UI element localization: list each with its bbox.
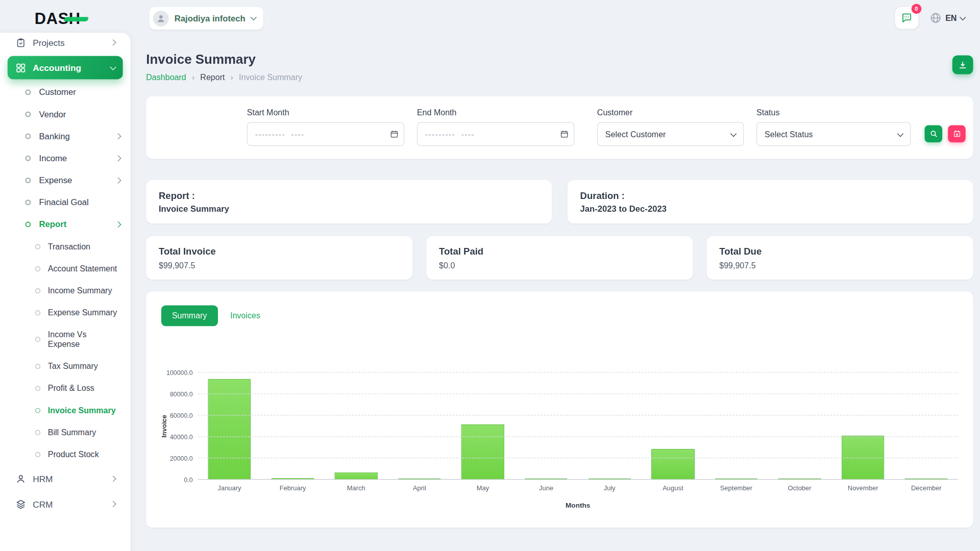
filter-buttons — [925, 126, 966, 142]
sidebar-item-invoice-summary[interactable]: Invoice Summary — [0, 399, 130, 421]
stat-card-total-invoice: Total Invoice$99,907.5 — [146, 236, 412, 280]
chevron-right-icon — [115, 177, 121, 183]
sidebar-item-label: Income Summary — [48, 286, 112, 295]
sidebar-item-profit-loss[interactable]: Profit & Loss — [0, 377, 130, 399]
bullet-icon — [35, 408, 40, 413]
language-selector[interactable]: EN — [929, 12, 965, 23]
sidebar-item-income-vs-expense[interactable]: Income Vs Expense — [0, 323, 130, 355]
sidebar-item-banking[interactable]: Banking — [0, 126, 130, 147]
stat-value: $99,907.5 — [159, 261, 400, 270]
x-tick-label: May — [451, 484, 514, 492]
sidebar-item-income-summary[interactable]: Income Summary — [0, 280, 130, 302]
sidebar-item-vendor[interactable]: Vendor — [0, 103, 130, 125]
chevron-right-icon — [110, 475, 116, 482]
x-tick-label: February — [261, 484, 325, 492]
sidebar-item-expense-summary[interactable]: Expense Summary — [0, 302, 130, 323]
sidebar-item-label: Finacial Goal — [39, 197, 89, 207]
bullet-icon — [35, 337, 40, 342]
sidebar-item-account-statement[interactable]: Account Statement — [0, 258, 130, 280]
sidebar-item-bill-summary[interactable]: Bill Summary — [0, 421, 130, 443]
sidebar-item-label: Vendor — [39, 110, 66, 119]
sidebar-item-projects[interactable]: Projects — [8, 33, 123, 54]
chevron-right-icon — [115, 133, 121, 139]
bar-may[interactable] — [461, 424, 504, 480]
company-selector[interactable]: Rajodiya infotech — [149, 7, 263, 30]
bullet-icon — [25, 89, 31, 95]
status-select[interactable]: Select Status — [756, 122, 911, 146]
end-month-field: End Month — [417, 108, 575, 146]
sidebar-item-accounting[interactable]: Accounting — [8, 56, 123, 80]
chevron-right-icon — [110, 39, 116, 45]
sidebar-item-expense[interactable]: Expense — [0, 169, 130, 191]
company-name: Rajodiya infotech — [175, 14, 246, 23]
people-icon — [15, 473, 26, 484]
bar-august[interactable] — [651, 448, 694, 480]
bullet-icon — [35, 266, 40, 271]
breadcrumb-item-dashboard[interactable]: Dashboard — [146, 72, 186, 82]
bar-slot-august — [641, 448, 704, 480]
customer-label: Customer — [597, 108, 744, 117]
layers-icon — [15, 498, 26, 509]
stat-card-total-paid: Total Paid$0.0 — [426, 236, 693, 280]
tab-summary[interactable]: Summary — [161, 305, 218, 326]
bullet-icon — [35, 386, 40, 391]
sidebar-item-crm[interactable]: CRM — [8, 492, 123, 516]
sidebar-item-finacial-goal[interactable]: Finacial Goal — [0, 191, 130, 213]
bar-january[interactable] — [208, 379, 251, 480]
sidebar-item-product-stock[interactable]: Product Stock — [0, 443, 130, 465]
bullet-icon — [25, 178, 31, 183]
chevron-down-icon — [250, 14, 256, 20]
y-tick-label: 20000.0 — [161, 455, 193, 462]
x-tick-label: August — [641, 484, 704, 492]
sidebar-item-tax-summary[interactable]: Tax Summary — [0, 355, 130, 377]
gridline — [198, 372, 958, 372]
end-month-input[interactable] — [417, 122, 575, 146]
y-tick-label: 40000.0 — [161, 434, 193, 441]
sidebar-item-label: Accounting — [33, 63, 81, 73]
tab-invoices[interactable]: Invoices — [228, 305, 263, 326]
messages-button[interactable]: 0 — [895, 7, 918, 29]
reset-filter-button[interactable] — [948, 126, 966, 142]
stat-card-total-due: Total Due$99,907.5 — [707, 236, 973, 280]
sidebar-item-customer[interactable]: Customer — [0, 81, 130, 103]
sidebar-item-transaction[interactable]: Transaction — [0, 236, 130, 258]
sidebar-item-hrm[interactable]: HRM — [8, 467, 123, 491]
chevron-right-icon — [115, 155, 121, 161]
x-axis-title: Months — [198, 501, 958, 509]
start-month-input[interactable] — [247, 122, 404, 146]
chat-icon — [901, 12, 913, 23]
stat-value: $99,907.5 — [719, 261, 961, 270]
sidebar-item-report[interactable]: Report — [0, 213, 130, 235]
sidebar-item-income[interactable]: Income — [0, 147, 130, 169]
y-tick-label: 60000.0 — [161, 412, 193, 419]
download-icon — [958, 60, 968, 70]
y-tick-label: 0.0 — [161, 477, 193, 484]
sidebar-item-label: Expense Summary — [48, 308, 117, 317]
chart-tabs: Summary Invoices — [161, 305, 958, 326]
sidebar-item-label: HRM — [33, 474, 53, 484]
bars — [198, 373, 958, 480]
breadcrumb-item-report[interactable]: Report — [200, 72, 225, 82]
status-select-value: Select Status — [765, 130, 813, 139]
sidebar-item-label: Income Vs Expense — [48, 330, 120, 349]
sidebar-item-label: Report — [39, 220, 67, 230]
customer-field: Customer Select Customer — [597, 108, 744, 146]
stat-label: Total Paid — [439, 245, 680, 256]
logo: DASH — [35, 10, 81, 28]
download-button[interactable] — [952, 56, 973, 74]
apply-filter-button[interactable] — [925, 126, 943, 142]
bullet-icon — [25, 111, 31, 117]
stat-label: Total Due — [719, 245, 961, 256]
bullet-icon — [25, 221, 31, 227]
sidebar-item-label: Bill Summary — [48, 428, 96, 437]
x-tick-label: November — [831, 484, 895, 492]
sidebar-item-label: Product Stock — [48, 449, 99, 459]
x-tick-label: July — [578, 484, 641, 492]
customer-select[interactable]: Select Customer — [597, 122, 744, 146]
breadcrumb-item-invoice-summary: Invoice Summary — [239, 72, 302, 82]
status-field: Status Select Status — [756, 108, 911, 146]
y-tick-label: 100000.0 — [161, 369, 193, 377]
messages-badge: 0 — [912, 4, 922, 14]
gridline — [198, 415, 958, 415]
sidebar: ProjectsAccountingCustomerVendorBankingI… — [0, 33, 130, 551]
